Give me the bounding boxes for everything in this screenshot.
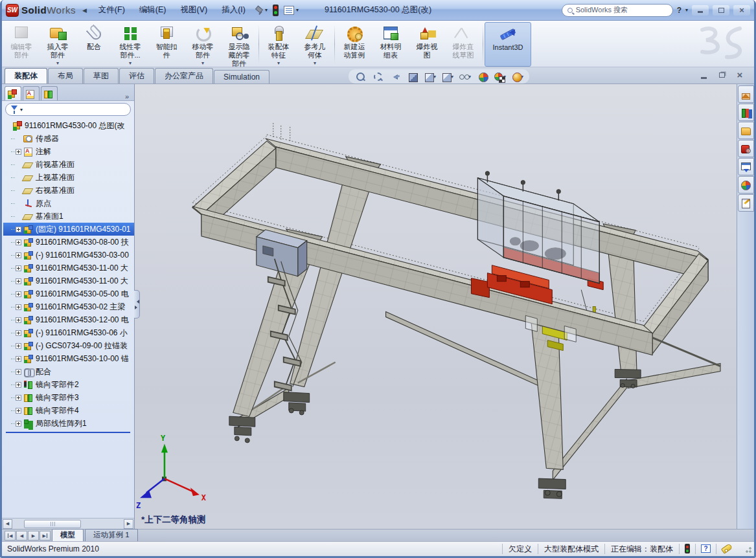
solidworks-resources-tab[interactable] xyxy=(738,85,754,103)
status-tag[interactable] xyxy=(716,544,737,553)
rollback-bar[interactable] xyxy=(6,432,130,433)
display-style-button[interactable]: ▾ xyxy=(440,70,455,83)
maximize-button[interactable] xyxy=(713,5,729,16)
search-tab[interactable] xyxy=(738,140,754,157)
dropdown-arrow-icon[interactable]: ▾ xyxy=(314,60,316,66)
reference-geometry-button[interactable]: 参考几何体▾ xyxy=(297,22,333,67)
tree-item[interactable]: 911601RMG4530-05-00 电 xyxy=(3,287,134,300)
propertymanager-tab[interactable] xyxy=(23,86,40,100)
show-hidden-button[interactable]: 显示隐藏的零部件 xyxy=(221,22,257,67)
tree-item[interactable]: 911601RMG4530-08-00 扶 xyxy=(3,236,134,249)
hide-show-items-button[interactable]: ▾ xyxy=(457,70,473,83)
dropdown-arrow-icon[interactable]: ▾ xyxy=(201,60,204,66)
tree-item[interactable]: 镜向零部件3 xyxy=(3,391,134,404)
tree-item[interactable]: 原点 xyxy=(3,197,134,210)
expand-plus-icon[interactable] xyxy=(16,291,21,297)
tree-filter-input[interactable]: ▾ xyxy=(5,103,131,116)
doc-minimize-button[interactable] xyxy=(698,71,709,80)
tab-办公室产品[interactable]: 办公室产品 xyxy=(155,68,213,84)
menu-item-1[interactable]: 编辑(E) xyxy=(133,3,173,17)
exploded-view-button[interactable]: 爆炸视图 xyxy=(409,22,445,67)
assembly-features-button[interactable]: 装配体特征▾ xyxy=(260,22,297,67)
expand-plus-icon[interactable] xyxy=(16,317,21,323)
expand-plus-icon[interactable] xyxy=(16,395,21,401)
view-settings-button[interactable]: ▾ xyxy=(510,70,525,83)
custom-properties-tab[interactable] xyxy=(738,194,754,212)
tree-item[interactable]: 前视基准面 xyxy=(3,158,134,171)
doc-close-button[interactable]: × xyxy=(735,71,745,80)
last-tab-button[interactable]: ▶ xyxy=(40,531,51,541)
search-input[interactable]: SolidWorks 搜索 xyxy=(562,4,673,17)
scroll-track[interactable] xyxy=(12,519,124,529)
expand-plus-icon[interactable] xyxy=(16,369,21,375)
tree-item[interactable]: 镜向零部件2 xyxy=(3,378,134,391)
featuremanager-tab[interactable] xyxy=(5,86,21,100)
tree-item[interactable]: 911601RMG4530-11-00 大 xyxy=(3,274,134,287)
bom-button[interactable]: 材料明细表 xyxy=(372,22,409,67)
expand-plus-icon[interactable] xyxy=(16,382,21,388)
expand-plus-icon[interactable] xyxy=(16,421,21,427)
next-tab-button[interactable]: ▶ xyxy=(28,531,39,541)
tree-item[interactable]: (-) 911601RMG4530-03-00 xyxy=(3,249,134,262)
help-button[interactable]: ? xyxy=(677,6,682,15)
tree-item[interactable]: 配合 xyxy=(3,365,134,378)
zoom-area-button[interactable] xyxy=(370,70,385,83)
motion-study-button[interactable]: 新建运动算例 xyxy=(336,22,372,67)
expand-plus-icon[interactable] xyxy=(16,343,21,349)
tab-Simulation[interactable]: Simulation xyxy=(214,70,269,84)
tree-item[interactable]: (固定) 911601RMG4530-01 xyxy=(3,223,134,236)
panel-horizontal-scrollbar[interactable]: ◀ ▶ xyxy=(2,518,134,529)
file-explorer-tab[interactable] xyxy=(738,122,754,139)
first-tab-button[interactable]: ◀ xyxy=(5,531,16,541)
menu-item-2[interactable]: 视图(V) xyxy=(174,3,214,17)
graphics-viewport[interactable]: Y X Z *上下二等角轴测 xyxy=(135,84,754,529)
expand-plus-icon[interactable] xyxy=(16,356,21,362)
menu-collapse-icon[interactable]: ◀ xyxy=(82,7,87,14)
tree-item[interactable]: 911601RMG4530-02 主梁 xyxy=(3,300,134,313)
dropdown-arrow-icon[interactable]: ▾ xyxy=(277,60,280,66)
tree-item[interactable]: 右视基准面 xyxy=(3,184,134,197)
tree-item[interactable]: 911601RMG4530-10-00 锚 xyxy=(3,352,134,365)
resize-grip[interactable] xyxy=(744,545,751,553)
insert-component-button[interactable]: 插入零部件▾ xyxy=(40,22,76,67)
tab-布局[interactable]: 布局 xyxy=(48,68,83,84)
configurationmanager-tab[interactable] xyxy=(41,86,58,100)
tree-item[interactable]: (-) GCS0734-09-00 拉锚装 xyxy=(3,339,134,352)
view-palette-tab[interactable] xyxy=(738,158,754,175)
panel-splitter-handle[interactable] xyxy=(134,290,140,318)
apply-scene-button[interactable]: ▾ xyxy=(492,70,508,83)
scroll-right-button[interactable]: ▶ xyxy=(124,519,133,529)
mate-button[interactable]: 配合 xyxy=(76,22,112,67)
menu-item-0[interactable]: 文件(F) xyxy=(92,3,132,17)
tree-item[interactable]: 911601RMG4530-11-00 大 xyxy=(3,262,134,274)
help-dropdown-icon[interactable]: ▾ xyxy=(685,7,688,13)
design-library-tab[interactable] xyxy=(738,104,754,121)
crane-3d-model[interactable]: Y X Z *上下二等角轴测 xyxy=(135,84,737,526)
expand-plus-icon[interactable] xyxy=(16,265,21,271)
expand-plus-icon[interactable] xyxy=(16,304,21,310)
tree-item[interactable]: 上视基准面 xyxy=(3,171,134,184)
tree-item[interactable]: (-) 911601RMG4530-06 小 xyxy=(3,326,134,339)
panel-expand-chevron[interactable]: » xyxy=(125,93,132,100)
previous-view-button[interactable] xyxy=(387,70,403,83)
status-help[interactable]: ? xyxy=(695,544,716,553)
scroll-left-button[interactable]: ◀ xyxy=(3,519,12,529)
view-orientation-button[interactable]: ▾ xyxy=(422,70,438,83)
section-view-button[interactable] xyxy=(405,70,420,83)
move-component-button[interactable]: 移动零部件▾ xyxy=(185,22,221,67)
instant3d-button[interactable]: Instant3D xyxy=(485,22,531,67)
tab-草图[interactable]: 草图 xyxy=(84,68,119,84)
prev-tab-button[interactable]: ◀ xyxy=(16,531,27,541)
model-tab-运动算例 1[interactable]: 运动算例 1 xyxy=(85,529,138,541)
expand-plus-icon[interactable] xyxy=(16,278,21,284)
expand-plus-icon[interactable] xyxy=(16,330,21,336)
tree-item[interactable]: 注解 xyxy=(3,145,134,158)
expand-plus-icon[interactable] xyxy=(16,408,21,414)
doc-restore-button[interactable] xyxy=(716,71,727,80)
tree-item[interactable]: 局部线性阵列1 xyxy=(3,417,134,430)
close-button[interactable]: × xyxy=(733,5,750,16)
quick-tips-icon[interactable]: ? xyxy=(701,544,711,553)
expand-plus-icon[interactable] xyxy=(16,227,21,232)
model-tab-模型[interactable]: 模型 xyxy=(52,529,84,541)
task-list-button[interactable]: ▾ xyxy=(284,6,299,15)
